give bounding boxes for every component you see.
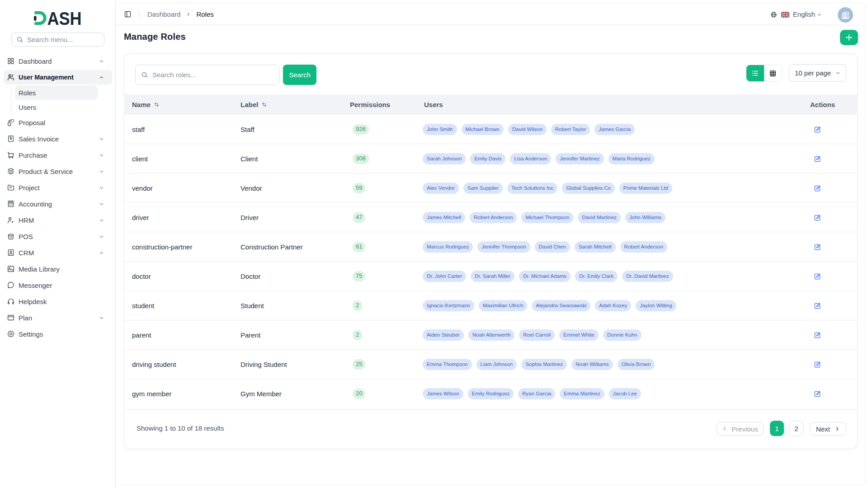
- svg-text:ASH: ASH: [47, 9, 82, 28]
